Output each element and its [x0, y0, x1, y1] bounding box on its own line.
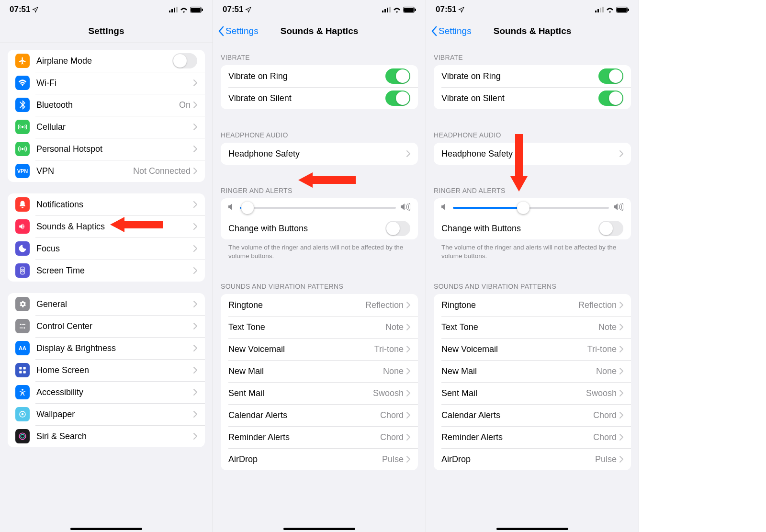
cell-value: Swoosh: [586, 388, 617, 398]
svg-point-21: [21, 434, 24, 438]
chevron-right-icon: [620, 150, 623, 157]
home-indicator[interactable]: [70, 528, 142, 530]
chevron-right-icon: [620, 302, 623, 308]
change-with-buttons-toggle[interactable]: [385, 221, 410, 236]
sounds-row[interactable]: Sounds & Haptics: [8, 215, 205, 238]
sound-pattern-row[interactable]: Sent MailSwoosh: [434, 382, 631, 404]
homescreen-icon: [15, 363, 30, 377]
homescreen-row[interactable]: Home Screen: [8, 359, 205, 381]
sound-pattern-row[interactable]: Sent MailSwoosh: [221, 382, 418, 404]
airplane-icon: [15, 54, 30, 68]
back-button[interactable]: Settings: [218, 26, 259, 36]
bluetooth-row[interactable]: BluetoothOn: [8, 94, 205, 116]
siri-row[interactable]: Siri & Search: [8, 425, 205, 447]
vibrate-on-silent-row[interactable]: Vibrate on Silent: [434, 87, 631, 109]
vibrate-on-silent-row[interactable]: Vibrate on Silent: [221, 87, 418, 109]
cellular-row[interactable]: Cellular: [8, 116, 205, 138]
accessibility-row[interactable]: Accessibility: [8, 381, 205, 403]
sound-pattern-row[interactable]: Calendar AlertsChord: [434, 404, 631, 426]
svg-rect-13: [19, 367, 22, 369]
svg-rect-2: [174, 8, 175, 12]
vibrate-on-silent-toggle[interactable]: [385, 91, 410, 106]
back-button[interactable]: Settings: [431, 26, 472, 36]
focus-row[interactable]: Focus: [8, 238, 205, 260]
ringer-volume-row: [434, 198, 631, 217]
cell-label: Sounds & Haptics: [36, 222, 193, 232]
svg-point-17: [22, 389, 23, 391]
svg-rect-0: [169, 11, 170, 12]
cell-label: Headphone Safety: [228, 149, 406, 159]
slider-thumb[interactable]: [517, 202, 529, 214]
sound-pattern-row[interactable]: Text ToneNote: [434, 316, 631, 338]
cell-label: Cellular: [36, 122, 193, 132]
chevron-right-icon: [620, 456, 623, 463]
notifications-row[interactable]: Notifications: [8, 193, 205, 215]
nav-bar: Settings Sounds & Haptics: [426, 19, 639, 43]
headphone-safety-row[interactable]: Headphone Safety: [221, 143, 418, 165]
sound-pattern-row[interactable]: New MailNone: [221, 360, 418, 382]
sound-pattern-row[interactable]: AirDropPulse: [221, 448, 418, 470]
back-label: Settings: [439, 26, 472, 36]
sound-pattern-row[interactable]: Reminder AlertsChord: [434, 426, 631, 448]
change-with-buttons-row[interactable]: Change with Buttons: [434, 217, 631, 239]
wifi-row[interactable]: Wi-Fi: [8, 72, 205, 94]
location-icon: [32, 7, 38, 13]
cell-label: General: [36, 299, 193, 309]
home-indicator[interactable]: [496, 528, 568, 530]
volume-slider[interactable]: [240, 207, 396, 209]
cellular-icon: [15, 120, 30, 134]
airplane-toggle[interactable]: [172, 53, 197, 68]
svg-rect-31: [595, 11, 597, 12]
hotspot-row[interactable]: Personal Hotspot: [8, 138, 205, 160]
sound-pattern-row[interactable]: AirDropPulse: [434, 448, 631, 470]
vibrate-on-silent-toggle[interactable]: [598, 91, 623, 106]
sound-pattern-row[interactable]: Text ToneNote: [221, 316, 418, 338]
battery-icon: [616, 7, 629, 13]
general-row[interactable]: General: [8, 293, 205, 315]
chevron-right-icon: [620, 368, 623, 374]
cell-label: Bluetooth: [36, 100, 179, 110]
ringer-volume-row: [221, 198, 418, 217]
chevron-right-icon: [406, 150, 410, 157]
slider-thumb[interactable]: [241, 202, 254, 214]
headphone-safety-row[interactable]: Headphone Safety: [434, 143, 631, 165]
cell-label: Control Center: [36, 321, 193, 331]
cell-label: AirDrop: [228, 454, 382, 464]
chevron-right-icon: [620, 434, 623, 441]
home-indicator[interactable]: [283, 528, 355, 530]
screentime-row[interactable]: Screen Time: [8, 260, 205, 282]
display-row[interactable]: AADisplay & Brightness: [8, 337, 205, 359]
airplane-row[interactable]: Airplane Mode: [8, 50, 205, 72]
change-with-buttons-toggle[interactable]: [598, 221, 623, 236]
controlcenter-row[interactable]: Control Center: [8, 315, 205, 337]
sound-pattern-row[interactable]: Reminder AlertsChord: [221, 426, 418, 448]
hotspot-icon: [15, 142, 30, 156]
cell-label: Screen Time: [36, 266, 193, 276]
chevron-right-icon: [193, 267, 197, 274]
chevron-right-icon: [406, 390, 410, 396]
sound-pattern-row[interactable]: New VoicemailTri-tone: [221, 338, 418, 360]
cell-value: Chord: [380, 432, 404, 442]
vibrate-on-ring-row[interactable]: Vibrate on Ring: [221, 65, 418, 87]
controlcenter-icon: [15, 319, 30, 333]
sound-pattern-row[interactable]: New MailNone: [434, 360, 631, 382]
change-with-buttons-row[interactable]: Change with Buttons: [221, 217, 418, 239]
volume-slider[interactable]: [453, 207, 609, 209]
vibrate-on-ring-toggle[interactable]: [598, 68, 623, 84]
headphone-header: HEADPHONE AUDIO: [426, 121, 639, 143]
vpn-row[interactable]: VPNVPNNot Connected: [8, 160, 205, 182]
sound-pattern-row[interactable]: RingtoneReflection: [221, 294, 418, 316]
sound-pattern-row[interactable]: Calendar AlertsChord: [221, 404, 418, 426]
cell-label: Siri & Search: [36, 431, 193, 441]
svg-rect-14: [23, 367, 26, 369]
vibrate-on-ring-row[interactable]: Vibrate on Ring: [434, 65, 631, 87]
wallpaper-row[interactable]: Wallpaper: [8, 403, 205, 425]
cell-value: Reflection: [365, 300, 404, 310]
cell-label: Ringtone: [441, 300, 578, 310]
sound-pattern-row[interactable]: New VoicemailTri-tone: [434, 338, 631, 360]
sound-pattern-row[interactable]: RingtoneReflection: [434, 294, 631, 316]
vibrate-on-ring-toggle[interactable]: [385, 68, 410, 84]
chevron-right-icon: [406, 324, 410, 330]
chevron-right-icon: [193, 146, 197, 152]
svg-point-20: [19, 433, 26, 440]
